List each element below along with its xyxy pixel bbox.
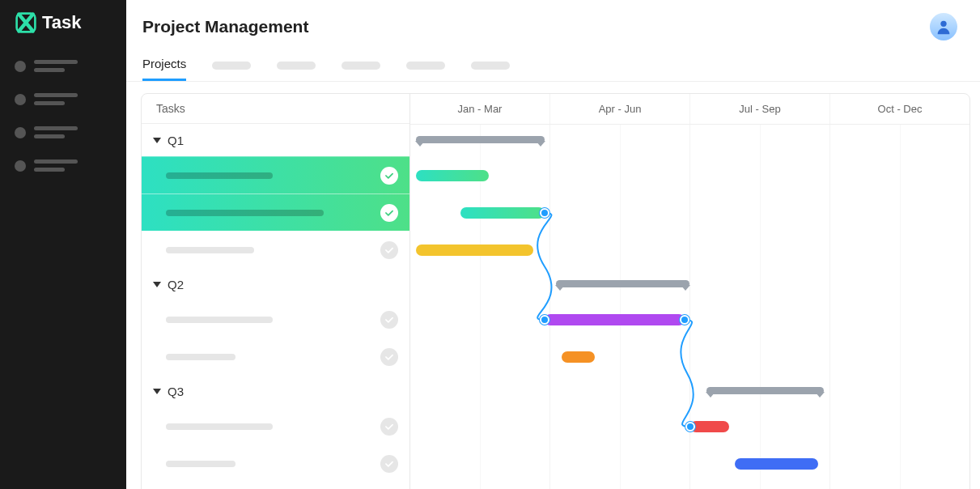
group-name: Q3 xyxy=(168,385,184,398)
tab-placeholder[interactable] xyxy=(406,62,445,70)
gantt-bar[interactable] xyxy=(735,458,819,470)
summary-bar[interactable] xyxy=(416,136,545,143)
tab-projects[interactable]: Projects xyxy=(142,50,186,81)
task-name-placeholder xyxy=(166,354,235,360)
task-name-placeholder xyxy=(166,172,273,179)
task-row[interactable] xyxy=(142,193,409,231)
task-name-placeholder xyxy=(166,423,273,430)
group-header[interactable]: Q1 xyxy=(142,124,409,156)
task-status-icon[interactable] xyxy=(380,455,398,473)
gantt-bar[interactable] xyxy=(562,351,595,363)
gantt-bar[interactable] xyxy=(460,207,545,219)
task-name-placeholder xyxy=(166,247,254,253)
summary-bar[interactable] xyxy=(706,387,824,394)
sidebar-item[interactable] xyxy=(15,159,112,172)
timeline-quarter-header: Jul - Sep xyxy=(689,94,829,124)
task-row[interactable] xyxy=(142,407,409,444)
task-status-icon[interactable] xyxy=(380,204,398,222)
sidebar-item[interactable] xyxy=(15,126,112,138)
timeline-column: Jan - MarApr - JunJul - SepOct - Dec xyxy=(410,94,969,489)
caret-down-icon xyxy=(153,138,161,143)
dependency-handle[interactable] xyxy=(540,315,549,325)
dependency-handle[interactable] xyxy=(540,208,549,218)
user-avatar[interactable] xyxy=(930,13,957,40)
gantt-bar[interactable] xyxy=(690,421,729,432)
gantt-bar[interactable] xyxy=(545,314,685,325)
timeline-quarter-header: Apr - Jun xyxy=(549,94,689,124)
sidebar-item[interactable] xyxy=(15,60,112,72)
nav-dot-icon xyxy=(15,127,26,138)
task-status-icon[interactable] xyxy=(380,348,398,366)
task-status-icon[interactable] xyxy=(380,241,398,259)
tab-placeholder[interactable] xyxy=(342,62,380,70)
group-header[interactable]: Q2 xyxy=(142,268,409,300)
tab-placeholder[interactable] xyxy=(277,62,316,70)
gantt-bar[interactable] xyxy=(416,244,533,256)
tasks-column-header: Tasks xyxy=(142,94,409,124)
task-row[interactable] xyxy=(142,231,409,268)
svg-point-1 xyxy=(940,21,946,27)
task-row[interactable] xyxy=(142,300,409,338)
task-name-placeholder xyxy=(166,317,273,323)
group-name: Q2 xyxy=(168,278,184,291)
dependency-handle[interactable] xyxy=(680,315,689,325)
nav-dot-icon xyxy=(15,94,26,105)
task-row[interactable] xyxy=(142,156,409,193)
task-name-placeholder xyxy=(166,210,324,216)
tasks-column: Tasks Q1 Q2 Q3 xyxy=(142,94,410,489)
tab-bar: Projects xyxy=(126,50,980,82)
task-status-icon[interactable] xyxy=(380,311,398,329)
nav-dot-icon xyxy=(15,160,26,172)
nav-sidebar: Task xyxy=(0,0,126,489)
gantt-bar[interactable] xyxy=(416,170,489,181)
app-logo[interactable]: Task xyxy=(0,11,126,53)
caret-down-icon xyxy=(153,389,161,394)
task-status-icon[interactable] xyxy=(380,418,398,436)
tab-placeholder[interactable] xyxy=(471,62,510,70)
task-name-placeholder xyxy=(166,461,235,467)
dependency-handle[interactable] xyxy=(685,422,695,432)
timeline-quarter-header: Oct - Dec xyxy=(829,94,969,124)
logo-icon xyxy=(15,11,37,34)
nav-dot-icon xyxy=(15,61,26,72)
page-title: Project Management xyxy=(142,17,308,36)
caret-down-icon xyxy=(153,282,161,287)
gantt-panel: Tasks Q1 Q2 Q3 Jan - MarApr - JunJul - S… xyxy=(141,93,970,489)
task-row[interactable] xyxy=(142,444,409,482)
app-name: Task xyxy=(42,12,82,33)
tab-placeholder[interactable] xyxy=(212,62,251,70)
timeline-quarter-header: Jan - Mar xyxy=(410,94,549,124)
task-row[interactable] xyxy=(142,338,409,375)
group-header[interactable]: Q3 xyxy=(142,375,409,407)
sidebar-item[interactable] xyxy=(15,93,112,105)
group-name: Q1 xyxy=(168,134,184,147)
task-status-icon[interactable] xyxy=(380,167,398,185)
summary-bar[interactable] xyxy=(556,280,690,287)
